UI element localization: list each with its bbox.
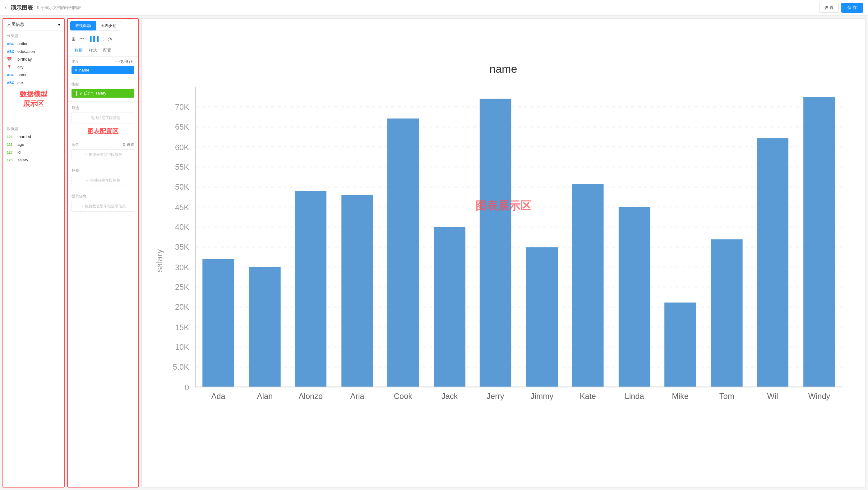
pie-chart-icon[interactable]: ◔ xyxy=(107,36,112,42)
field-education[interactable]: ABC education xyxy=(3,48,64,55)
dataset-selector[interactable]: 人员信息 ▾ xyxy=(3,19,64,31)
svg-text:10K: 10K xyxy=(175,343,189,351)
bar-Alonzo xyxy=(295,191,327,387)
table-chart-icon[interactable]: ⊞ xyxy=(71,36,75,42)
field-age-label: age xyxy=(18,142,24,147)
field-birthday[interactable]: 📅 birthday xyxy=(3,55,64,63)
field-sex-label: sex xyxy=(18,80,24,85)
field-type-123-icon: 123 xyxy=(7,135,16,139)
svg-text:30K: 30K xyxy=(175,263,189,272)
tooltip-section: 提示信息 → 拖拽数值型字段提示信息 xyxy=(68,191,138,214)
svg-text:45K: 45K xyxy=(175,203,189,212)
tag-section: 标签 → 拖拽任意字段标签 xyxy=(68,165,138,188)
bar-Aria xyxy=(341,195,373,387)
field-type-123-icon: 123 xyxy=(7,143,16,147)
field-type-abc-icon: ABC xyxy=(7,81,16,85)
color-settings-link[interactable]: ⚙ 设置 xyxy=(123,142,134,147)
field-married[interactable]: 123 married xyxy=(3,133,64,141)
middle-panel: 透视驱动 图表驱动 ⊞ 〜 ▐▐▐ ⁚ ◔ 数据 样式 配置 维度 → 使用行列… xyxy=(67,18,138,488)
field-name[interactable]: ABC name xyxy=(3,71,64,79)
field-salary-label: salary xyxy=(18,158,28,162)
field-nation[interactable]: ABC nation xyxy=(3,40,64,48)
svg-text:0: 0 xyxy=(185,383,189,392)
filter-label: 筛选 xyxy=(71,105,134,111)
color-title: 颜色 ⚙ 设置 xyxy=(71,142,134,147)
left-panel: 人员信息 ▾ 分类型 ABC nation ABC education 📅 bi… xyxy=(2,18,65,488)
field-salary[interactable]: 123 salary xyxy=(3,156,64,164)
svg-text:55K: 55K xyxy=(175,163,189,171)
field-type-abc-icon: ABC xyxy=(7,42,16,46)
filter-drop-area[interactable]: → 拖拽任意字段筛选 xyxy=(71,113,134,123)
left-panel-watermark: 数据模型展示区 xyxy=(20,90,47,109)
svg-text:60K: 60K xyxy=(175,143,189,152)
categorical-section-label: 分类型 xyxy=(3,31,64,40)
tooltip-drop-area[interactable]: → 拖拽数值型字段提示信息 xyxy=(71,201,134,212)
svg-text:Linda: Linda xyxy=(625,392,645,400)
tab-data[interactable]: 数据 xyxy=(71,45,86,56)
field-id[interactable]: 123 id xyxy=(3,148,64,156)
middle-panel-watermark: 图表配置区 xyxy=(68,126,138,137)
tag-drop-area[interactable]: → 拖拽任意字段标签 xyxy=(71,175,134,186)
field-sex[interactable]: ABC sex xyxy=(3,79,64,86)
field-married-label: married xyxy=(18,134,31,139)
svg-text:Mike: Mike xyxy=(672,392,689,400)
tab-style[interactable]: 样式 xyxy=(86,45,100,56)
svg-text:name: name xyxy=(490,63,517,75)
field-city-label: city xyxy=(18,65,24,69)
svg-text:Jimmy: Jimmy xyxy=(531,392,554,400)
bar-Jimmy xyxy=(526,247,558,387)
bar-Mike xyxy=(664,303,696,387)
svg-text:35K: 35K xyxy=(175,243,189,251)
bar-Jerry xyxy=(480,99,512,387)
field-city[interactable]: 📍 city xyxy=(3,63,64,71)
chart-container: name salary 0 5.0K 10K 15K xyxy=(142,19,865,487)
save-button[interactable]: 保 存 xyxy=(841,3,863,13)
svg-text:Jack: Jack xyxy=(441,392,458,400)
svg-text:Alan: Alan xyxy=(257,392,273,400)
field-age[interactable]: 123 age xyxy=(3,141,64,148)
field-education-label: education xyxy=(18,49,35,54)
back-button[interactable]: ‹ xyxy=(5,4,7,11)
svg-text:15K: 15K xyxy=(175,323,189,332)
scatter-chart-icon[interactable]: ⁚ xyxy=(102,36,104,42)
measure-title: 指标 xyxy=(71,82,134,87)
color-label: 颜色 xyxy=(71,142,79,147)
drive-tabs: 透视驱动 图表驱动 xyxy=(68,19,138,33)
bar-Kate xyxy=(572,184,604,387)
bar-Windy xyxy=(803,97,835,387)
tab-config[interactable]: 配置 xyxy=(100,45,115,56)
chevron-down-icon: ∨ xyxy=(74,68,78,72)
color-drop-area[interactable]: → 拖拽分类型字段颜色 xyxy=(71,149,134,160)
chart-drive-tab[interactable]: 图表驱动 xyxy=(96,21,121,30)
svg-text:Kate: Kate xyxy=(580,392,596,400)
svg-text:Ada: Ada xyxy=(211,392,225,400)
bar-Cook xyxy=(388,119,419,387)
field-birthday-label: birthday xyxy=(18,57,32,62)
dimension-title: 维度 → 使用行列 xyxy=(71,59,134,64)
measure-label: 指标 xyxy=(71,82,79,87)
page-subtitle: 用于演示文档的样例图表 xyxy=(37,5,81,10)
measure-pill[interactable]: ▐ ∨ [总计] salary xyxy=(71,89,134,98)
config-tabs: 数据 样式 配置 xyxy=(68,45,138,57)
numeric-section-label: 数值型 xyxy=(3,124,64,133)
field-nation-label: nation xyxy=(18,41,28,46)
svg-text:Cook: Cook xyxy=(394,392,412,400)
dimension-pill[interactable]: ∨ name xyxy=(71,66,134,74)
color-section: 颜色 ⚙ 设置 → 拖拽分类型字段颜色 xyxy=(68,140,138,163)
settings-button[interactable]: 设 置 xyxy=(819,3,839,13)
svg-text:Aria: Aria xyxy=(350,392,365,400)
svg-text:70K: 70K xyxy=(175,102,189,111)
bar-chart-icon[interactable]: ▐▐▐ xyxy=(88,36,98,42)
bar-Jack xyxy=(434,227,465,387)
svg-text:20K: 20K xyxy=(175,303,189,311)
dimension-value: name xyxy=(79,68,90,72)
chart-type-selector: ⊞ 〜 ▐▐▐ ⁚ ◔ xyxy=(68,33,138,45)
line-chart-icon[interactable]: 〜 xyxy=(79,36,84,42)
field-type-123-icon: 123 xyxy=(7,151,16,154)
use-row-button[interactable]: → 使用行列 xyxy=(115,59,134,64)
pivot-drive-tab[interactable]: 透视驱动 xyxy=(70,21,96,30)
watermark-area: 数据模型展示区 xyxy=(3,86,64,124)
svg-text:5.0K: 5.0K xyxy=(173,363,189,371)
svg-text:25K: 25K xyxy=(175,283,189,291)
svg-text:Wil: Wil xyxy=(767,392,778,400)
